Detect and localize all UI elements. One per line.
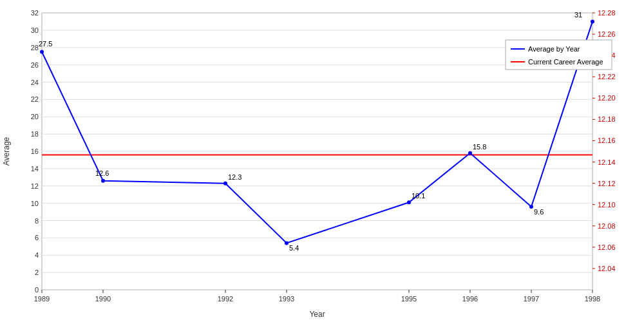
svg-text:0: 0 <box>35 286 39 294</box>
svg-text:30: 30 <box>31 26 39 34</box>
svg-text:6: 6 <box>35 234 39 242</box>
svg-text:16: 16 <box>31 147 39 155</box>
svg-text:12.20: 12.20 <box>598 94 616 102</box>
svg-text:8: 8 <box>35 217 39 225</box>
svg-text:18: 18 <box>31 130 39 138</box>
svg-text:Average: Average <box>2 137 11 166</box>
chart-svg: // We'll draw this programmatically 0246… <box>0 0 644 322</box>
svg-text:12: 12 <box>31 182 39 190</box>
svg-text:4: 4 <box>35 251 39 259</box>
svg-text:24: 24 <box>31 79 39 86</box>
svg-point-95 <box>591 19 594 23</box>
svg-point-91 <box>468 151 472 155</box>
svg-text:2: 2 <box>35 269 39 276</box>
svg-text:20: 20 <box>31 113 39 120</box>
svg-text:1998: 1998 <box>585 295 600 303</box>
svg-text:12.10: 12.10 <box>598 201 616 209</box>
svg-text:1992: 1992 <box>218 295 233 303</box>
svg-text:10: 10 <box>31 200 39 207</box>
svg-text:27.5: 27.5 <box>39 40 52 48</box>
svg-text:12.26: 12.26 <box>598 30 616 38</box>
svg-text:22: 22 <box>31 95 39 103</box>
svg-text:12.18: 12.18 <box>598 115 616 123</box>
svg-text:28: 28 <box>31 44 39 52</box>
svg-text:1989: 1989 <box>34 295 50 303</box>
svg-text:1993: 1993 <box>279 295 294 303</box>
svg-point-87 <box>285 241 289 245</box>
svg-text:26: 26 <box>31 61 39 69</box>
svg-text:32: 32 <box>31 9 39 17</box>
svg-text:12.3: 12.3 <box>228 173 242 181</box>
svg-point-93 <box>529 205 533 209</box>
svg-text:12.06: 12.06 <box>598 243 616 251</box>
svg-text:12.28: 12.28 <box>598 9 616 17</box>
svg-text:1995: 1995 <box>401 295 417 303</box>
svg-text:12.08: 12.08 <box>598 222 616 230</box>
svg-text:9.6: 9.6 <box>534 208 544 216</box>
svg-text:12.12: 12.12 <box>598 180 616 187</box>
svg-text:12.16: 12.16 <box>598 137 616 144</box>
svg-point-85 <box>223 182 227 185</box>
chart-container: // We'll draw this programmatically 0246… <box>0 0 644 322</box>
svg-point-81 <box>40 50 44 53</box>
svg-text:12.22: 12.22 <box>598 73 616 80</box>
svg-text:1990: 1990 <box>95 295 111 303</box>
svg-text:12.14: 12.14 <box>598 158 616 166</box>
svg-point-89 <box>407 200 411 204</box>
svg-text:31: 31 <box>574 11 582 19</box>
svg-text:Year: Year <box>309 310 325 319</box>
svg-text:5.4: 5.4 <box>289 244 299 252</box>
svg-text:12.6: 12.6 <box>95 169 109 177</box>
svg-text:Average by Year: Average by Year <box>528 45 580 53</box>
svg-text:1997: 1997 <box>524 295 539 303</box>
svg-point-83 <box>101 179 105 183</box>
svg-text:14: 14 <box>31 165 39 173</box>
svg-text:12.04: 12.04 <box>598 265 616 272</box>
svg-text:15.8: 15.8 <box>473 143 486 151</box>
svg-text:1996: 1996 <box>462 295 478 303</box>
svg-text:Current Career Average: Current Career Average <box>528 58 603 66</box>
svg-text:10.1: 10.1 <box>412 192 425 200</box>
